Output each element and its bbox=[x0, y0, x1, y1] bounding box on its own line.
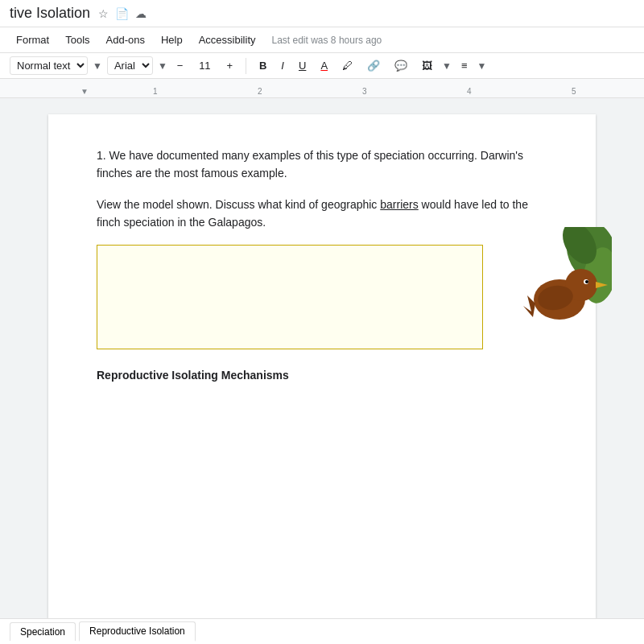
link-button[interactable]: 🔗 bbox=[362, 58, 385, 73]
menu-accessibility[interactable]: Accessibility bbox=[192, 31, 262, 49]
tab-speciation[interactable]: Speciation bbox=[10, 622, 76, 641]
menu-format[interactable]: Format bbox=[10, 31, 56, 49]
text-style-select[interactable]: Normal text bbox=[10, 56, 88, 75]
bold-button[interactable]: B bbox=[254, 58, 271, 73]
italic-button[interactable]: I bbox=[276, 58, 289, 73]
menu-addons[interactable]: Add-ons bbox=[100, 31, 151, 49]
view-model-text: View the model shown. Discuss what kind … bbox=[97, 196, 547, 232]
ruler: ▼ 1 2 3 4 5 bbox=[0, 79, 644, 98]
answer-box[interactable] bbox=[97, 245, 483, 349]
dropdown-align-icon: ▼ bbox=[477, 60, 487, 72]
reproductive-heading: Reproductive Isolating Mechanisms bbox=[97, 369, 547, 382]
underline-button[interactable]: U bbox=[294, 58, 311, 73]
font-size-display: 11 bbox=[192, 60, 217, 72]
font-dropdown-icon: ▼ bbox=[158, 60, 167, 72]
title-bar: tive Isolation ☆ 📄 ☁ bbox=[0, 0, 644, 27]
last-edit-text: Last edit was 8 hours ago bbox=[272, 35, 382, 46]
toolbar-divider-1 bbox=[246, 58, 246, 74]
font-color-picker-button[interactable]: 🖊 bbox=[337, 58, 357, 73]
ruler-tick-2: 2 bbox=[258, 87, 262, 96]
svg-marker-9 bbox=[523, 295, 535, 317]
svg-point-7 bbox=[585, 280, 588, 283]
star-icon[interactable]: ☆ bbox=[98, 7, 109, 20]
ruler-marker: ▼ bbox=[80, 87, 89, 96]
cloud-icon[interactable]: ☁ bbox=[135, 7, 147, 20]
doc-icon[interactable]: 📄 bbox=[115, 7, 129, 20]
menu-tools[interactable]: Tools bbox=[59, 31, 96, 49]
view-model-intro: View the model shown. Discuss what kind … bbox=[97, 198, 380, 211]
barriers-text: barriers bbox=[380, 198, 418, 211]
tab-bar: Speciation Reproductive Isolation bbox=[0, 618, 644, 644]
image-button[interactable]: 🖼 bbox=[417, 58, 437, 73]
dropdown-image-icon: ▼ bbox=[442, 60, 452, 72]
comment-button[interactable]: 💬 bbox=[390, 58, 412, 73]
ruler-tick-3: 3 bbox=[362, 87, 367, 96]
increase-font-button[interactable]: + bbox=[221, 58, 237, 73]
ruler-tick-1: 1 bbox=[153, 87, 158, 96]
bird-illustration bbox=[515, 227, 612, 340]
bird-svg bbox=[515, 227, 612, 340]
app-window: tive Isolation ☆ 📄 ☁ Format Tools Add-on… bbox=[0, 0, 644, 644]
document-page: 1. We have documented many examples of t… bbox=[48, 114, 596, 618]
align-button[interactable]: ≡ bbox=[456, 58, 473, 73]
tab-reproductive-isolation[interactable]: Reproductive Isolation bbox=[79, 621, 196, 642]
title-icons: ☆ 📄 ☁ bbox=[98, 7, 147, 20]
ruler-tick-5: 5 bbox=[572, 87, 576, 96]
ruler-tick-4: 4 bbox=[467, 87, 472, 96]
font-color-button[interactable]: A bbox=[316, 58, 332, 73]
decrease-font-button[interactable]: − bbox=[172, 58, 188, 73]
question-1-text: 1. We have documented many examples of t… bbox=[97, 147, 547, 183]
question-number: 1. We have documented many examples of t… bbox=[97, 149, 523, 180]
document-title: tive Isolation bbox=[10, 5, 90, 22]
menu-bar: Format Tools Add-ons Help Accessibility … bbox=[0, 27, 644, 53]
menu-help[interactable]: Help bbox=[155, 31, 189, 49]
font-select[interactable]: Arial bbox=[107, 56, 153, 75]
dropdown-arrow-icon: ▼ bbox=[93, 60, 102, 72]
document-area: 1. We have documented many examples of t… bbox=[0, 98, 644, 618]
toolbar: Normal text ▼ Arial ▼ − 11 + B I U A 🖊 🔗… bbox=[0, 53, 644, 79]
